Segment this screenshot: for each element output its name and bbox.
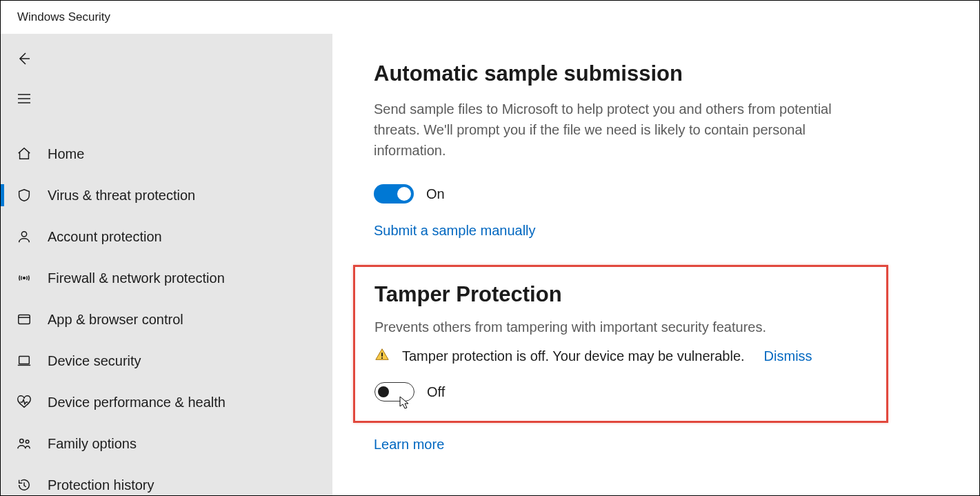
sidebar: Home Virus & threat protection Account p…: [1, 34, 332, 495]
automatic-sample-submission-heading: Automatic sample submission: [374, 61, 938, 86]
app-title: Windows Security: [17, 10, 110, 24]
back-button[interactable]: [3, 43, 45, 74]
sidebar-item-label: Account protection: [48, 229, 162, 245]
svg-point-4: [20, 439, 23, 444]
shield-icon: [16, 188, 32, 203]
automatic-sample-submission-toggle-state: On: [426, 186, 445, 202]
tamper-protection-desc: Prevents others from tampering with impo…: [374, 317, 867, 337]
dismiss-link[interactable]: Dismiss: [764, 348, 812, 364]
sidebar-item-label: Family options: [48, 436, 137, 452]
sidebar-item-label: Home: [48, 146, 84, 162]
device-security-icon: [16, 353, 32, 368]
health-icon: [16, 395, 32, 410]
tamper-protection-highlight: Tamper Protection Prevents others from t…: [353, 265, 888, 423]
tamper-protection-warning-text: Tamper protection is off. Your device ma…: [402, 348, 745, 364]
automatic-sample-submission-toggle[interactable]: [374, 184, 414, 204]
tamper-protection-toggle[interactable]: [374, 382, 414, 401]
svg-rect-3: [19, 357, 30, 364]
home-icon: [16, 146, 32, 161]
antenna-icon: [16, 270, 32, 286]
svg-rect-2: [19, 315, 30, 324]
svg-point-5: [26, 440, 29, 444]
submit-sample-manually-link[interactable]: Submit a sample manually: [374, 223, 938, 239]
sidebar-item-label: Protection history: [48, 477, 154, 493]
sidebar-item-account-protection[interactable]: Account protection: [1, 216, 332, 257]
sidebar-item-label: Firewall & network protection: [48, 270, 225, 286]
sidebar-item-label: Virus & threat protection: [48, 188, 195, 204]
sidebar-item-label: App & browser control: [48, 312, 183, 328]
app-browser-icon: [16, 312, 32, 327]
tamper-protection-toggle-state: Off: [427, 384, 445, 400]
sidebar-item-device-security[interactable]: Device security: [1, 340, 332, 381]
sidebar-item-label: Device security: [48, 353, 141, 369]
sidebar-item-protection-history[interactable]: Protection history: [1, 464, 332, 496]
sidebar-item-app-browser-control[interactable]: App & browser control: [1, 299, 332, 340]
sidebar-item-virus-threat-protection[interactable]: Virus & threat protection: [1, 175, 332, 216]
sidebar-item-firewall-network-protection[interactable]: Firewall & network protection: [1, 257, 332, 299]
family-icon: [16, 436, 32, 451]
tamper-protection-heading: Tamper Protection: [374, 282, 867, 307]
automatic-sample-submission-desc: Send sample files to Microsoft to help p…: [374, 99, 870, 161]
svg-point-1: [23, 277, 26, 279]
sidebar-item-home[interactable]: Home: [1, 133, 332, 175]
hamburger-menu-button[interactable]: [3, 83, 45, 114]
history-icon: [16, 477, 32, 493]
account-icon: [16, 229, 32, 244]
main-content: Automatic sample submission Send sample …: [332, 34, 979, 495]
sidebar-item-family-options[interactable]: Family options: [1, 423, 332, 464]
learn-more-link[interactable]: Learn more: [374, 437, 938, 453]
sidebar-item-device-performance-health[interactable]: Device performance & health: [1, 381, 332, 423]
window-titlebar: Windows Security: [1, 1, 979, 34]
svg-rect-7: [381, 357, 383, 359]
svg-point-0: [21, 232, 26, 237]
svg-rect-6: [381, 353, 383, 357]
warning-icon: [374, 347, 390, 366]
sidebar-item-label: Device performance & health: [48, 395, 226, 410]
